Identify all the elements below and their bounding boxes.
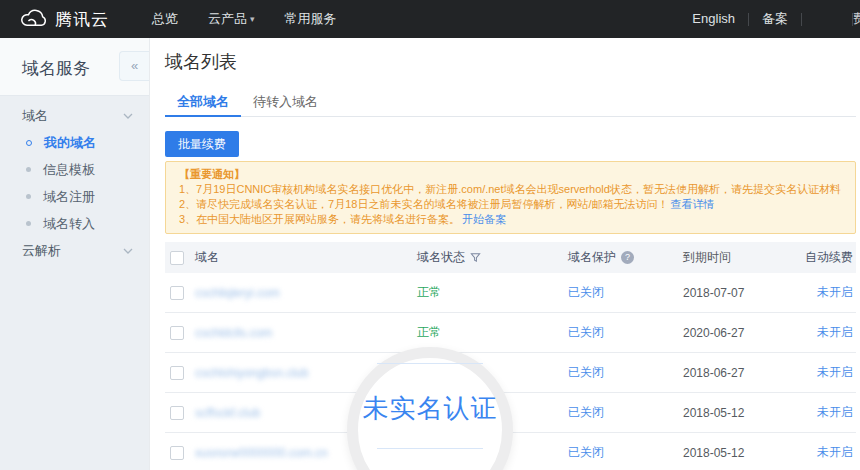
navbar-user-area bbox=[802, 0, 852, 38]
notice-link[interactable]: 查看详情 bbox=[671, 198, 715, 210]
row-checkbox[interactable] bbox=[170, 286, 184, 300]
row-checkbox[interactable] bbox=[170, 446, 184, 460]
sidebar: 域名服务 域名 我的域名 信息模板 bbox=[0, 38, 150, 470]
sidebar-collapse-button[interactable] bbox=[119, 51, 149, 81]
bullet-icon bbox=[26, 221, 31, 226]
notice-lines: 1、7月19日CNNIC审核机构域名实名接口优化中，新注册.com/.net域名… bbox=[179, 182, 842, 227]
sidebar-item-label: 云解析 bbox=[22, 242, 61, 260]
auto-renew-link[interactable]: 未开启 bbox=[817, 445, 853, 459]
sidebar-item-label: 信息模板 bbox=[43, 161, 95, 179]
column-header-auto-renew: 自动续费 bbox=[805, 249, 856, 266]
table-row: cschliqleryi.com 正常 已关闭 2018-07-07 未开启 bbox=[165, 273, 856, 313]
protection-link[interactable]: 已关闭 bbox=[568, 405, 604, 419]
protection-link[interactable]: 已关闭 bbox=[568, 285, 604, 299]
navbar-item[interactable]: 云产品▾ bbox=[193, 0, 270, 38]
sidebar-item[interactable]: 域名 bbox=[0, 102, 149, 129]
table-header: 域名 域名状态 域名保护 到期时间 自动续费 bbox=[165, 242, 856, 273]
chevron-down-icon[interactable] bbox=[123, 248, 133, 254]
domain-status: 正常 bbox=[417, 285, 441, 299]
auto-renew-link[interactable]: 未开启 bbox=[817, 405, 853, 419]
cloud-icon bbox=[18, 9, 48, 30]
bullet-icon bbox=[26, 167, 31, 172]
notice-box: 【重要通知】 1、7月19日CNNIC审核机构域名实名接口优化中，新注册.com… bbox=[165, 161, 856, 234]
column-header-domain: 域名 bbox=[195, 249, 417, 266]
chevron-down-icon[interactable] bbox=[123, 113, 133, 119]
row-checkbox[interactable] bbox=[170, 406, 184, 420]
domain-status: 正常 bbox=[417, 325, 441, 339]
sidebar-item-label: 域名转入 bbox=[43, 215, 95, 233]
row-checkbox[interactable] bbox=[170, 366, 184, 380]
batch-renew-button[interactable]: 批量续费 bbox=[165, 131, 239, 157]
auto-renew-link[interactable]: 未开启 bbox=[817, 325, 853, 339]
table-row: cschlshiyongbsn.club 已关闭 2018-06-27 未开启 bbox=[165, 353, 856, 393]
navbar-language[interactable]: English bbox=[679, 0, 748, 38]
notice-line: 3、在中国大陆地区开展网站服务，请先将域名进行备案。开始备案 bbox=[179, 212, 842, 227]
expiry-date: 2020-06-27 bbox=[683, 326, 805, 340]
protection-link[interactable]: 已关闭 bbox=[568, 365, 604, 379]
protection-link[interactable]: 已关闭 bbox=[568, 325, 604, 339]
sidebar-item-label: 我的域名 bbox=[44, 134, 96, 152]
caret-down-icon: ▾ bbox=[250, 0, 255, 38]
sidebar-menu: 域名 我的域名 信息模板 域名注册 bbox=[0, 96, 149, 470]
column-header-status: 域名状态 bbox=[417, 249, 465, 266]
sidebar-item[interactable]: 域名注册 bbox=[0, 183, 149, 210]
sidebar-item-label: 域名注册 bbox=[43, 188, 95, 206]
expiry-date: 2018-05-12 bbox=[683, 446, 805, 460]
notice-title: 【重要通知】 bbox=[179, 167, 842, 182]
navbar-right: English 备案 费 bbox=[679, 0, 860, 38]
column-header-expiry: 到期时间 bbox=[683, 249, 805, 266]
row-checkbox[interactable] bbox=[170, 326, 184, 340]
domain-name-redacted[interactable]: cschldclls.com bbox=[195, 326, 272, 340]
notice-line: 1、7月19日CNNIC审核机构域名实名接口优化中，新注册.com/.net域名… bbox=[179, 182, 842, 197]
domain-name-redacted[interactable]: cschliqleryi.com bbox=[195, 286, 280, 300]
tab[interactable]: 全部域名 bbox=[165, 89, 241, 117]
top-navbar: 腾讯云 总览 云产品▾ 常用服务 English 备案 费 bbox=[0, 0, 860, 38]
tab-bar: 全部域名 待转入域名 bbox=[165, 89, 856, 117]
bullet-icon bbox=[26, 194, 31, 199]
auto-renew-link[interactable]: 未开启 bbox=[817, 285, 853, 299]
notice-link[interactable]: 开始备案 bbox=[462, 213, 506, 225]
domain-name-redacted[interactable]: xusnsrw0000000.com.cn bbox=[195, 446, 328, 460]
domain-name-redacted[interactable]: cschlshiyongbsn.club bbox=[195, 366, 308, 380]
help-icon[interactable] bbox=[621, 251, 634, 264]
logo-text: 腾讯云 bbox=[55, 8, 109, 31]
page-title: 域名列表 bbox=[165, 51, 856, 73]
protection-link[interactable]: 已关闭 bbox=[568, 445, 604, 459]
navbar-item[interactable]: 常用服务 bbox=[270, 0, 352, 38]
sidebar-item-label: 域名 bbox=[22, 107, 48, 125]
magnified-line bbox=[377, 363, 483, 364]
sidebar-item[interactable]: 信息模板 bbox=[0, 156, 149, 183]
notice-line: 2、请尽快完成域名实名认证，7月18日之前未实名的域名将被注册局暂停解析，网站/… bbox=[179, 197, 842, 212]
bullet-icon bbox=[26, 140, 32, 146]
auto-renew-link[interactable]: 未开启 bbox=[817, 365, 853, 379]
tab[interactable]: 待转入域名 bbox=[241, 89, 330, 117]
navbar-menu: 总览 云产品▾ 常用服务 bbox=[137, 0, 352, 38]
expiry-date: 2018-06-27 bbox=[683, 366, 805, 380]
magnified-line bbox=[377, 448, 483, 449]
navbar-clipped-item[interactable]: 费 bbox=[853, 10, 860, 28]
table-row: cschldclls.com 正常 已关闭 2020-06-27 未开启 bbox=[165, 313, 856, 353]
column-header-protection: 域名保护 bbox=[568, 249, 616, 266]
tencent-cloud-logo[interactable]: 腾讯云 bbox=[18, 8, 109, 31]
expiry-date: 2018-07-07 bbox=[683, 286, 805, 300]
navbar-beian[interactable]: 备案 bbox=[749, 0, 801, 38]
not-verified-watermark: 未实名认证 bbox=[346, 391, 514, 426]
sidebar-item[interactable]: 域名转入 bbox=[0, 210, 149, 237]
sidebar-item[interactable]: 我的域名 bbox=[0, 129, 149, 156]
select-all-checkbox[interactable] bbox=[170, 251, 184, 265]
expiry-date: 2018-05-12 bbox=[683, 406, 805, 420]
filter-icon[interactable] bbox=[470, 252, 481, 263]
navbar-item[interactable]: 总览 bbox=[137, 0, 193, 38]
sidebar-item[interactable]: 云解析 bbox=[0, 237, 149, 264]
domain-name-redacted[interactable]: scffsckf.club bbox=[195, 406, 260, 420]
